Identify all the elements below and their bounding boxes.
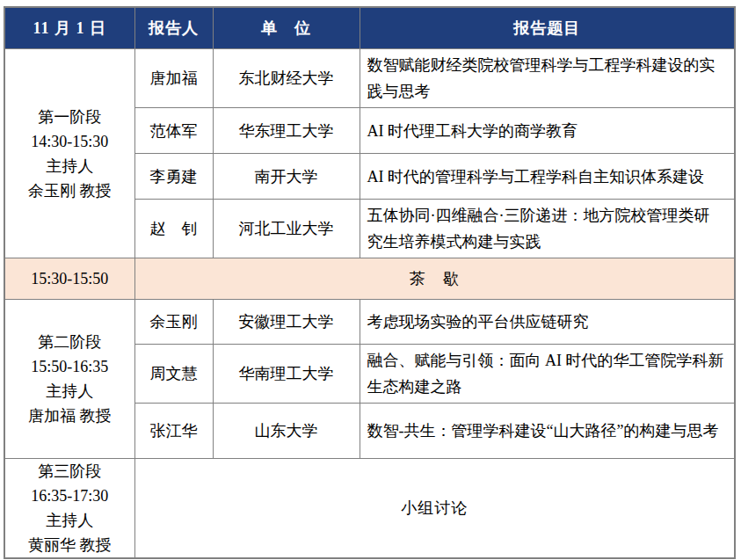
title-cell: 数智赋能财经类院校管理科学与工程学科建设的实践与思考 (360, 49, 735, 108)
tea-break-row: 15:30-15:50 茶 歇 (4, 258, 735, 300)
table-row: 第一阶段 14:30-15:30 主持人 余玉刚 教授 唐加福 东北财经大学 数… (4, 49, 735, 108)
table-row: 第二阶段 15:50-16:35 主持人 唐加福 教授 余玉刚 安徽理工大学 考… (4, 300, 735, 345)
tea-break-label-cell: 茶 歇 (134, 258, 735, 300)
stage1-cell: 第一阶段 14:30-15:30 主持人 余玉刚 教授 (4, 49, 134, 258)
header-speaker-cell: 报告人 (134, 7, 213, 49)
unit-cell: 华东理工大学 (213, 108, 360, 154)
stage2-host-label: 主持人 (5, 379, 134, 404)
unit-cell: 安徽理工大学 (213, 300, 360, 345)
stage1-host-name: 余玉刚 教授 (5, 178, 134, 203)
unit-cell: 河北工业大学 (213, 200, 360, 258)
title-cell: AI 时代理工科大学的商学教育 (360, 108, 735, 154)
title-cell: 五体协同·四维融合·三阶递进：地方院校管理类研究生培养模式构建与实践 (360, 200, 735, 258)
stage1-time: 14:30-15:30 (5, 129, 134, 154)
header-date-cell: 11 月 1 日 (4, 7, 134, 49)
page: 11 月 1 日 报告人 单 位 报告题目 第一阶段 14:30-15:30 主… (0, 0, 741, 559)
stage2-host-name: 唐加福 教授 (5, 404, 134, 428)
stage3-host-name: 黄丽华 教授 (5, 533, 134, 557)
group-discussion-cell: 小组讨论 (134, 459, 735, 559)
speaker-cell: 周文慧 (134, 345, 213, 404)
title-cell: 数智-共生：管理学科建设“山大路径”的构建与思考 (360, 404, 735, 459)
tea-break-time-cell: 15:30-15:50 (4, 258, 134, 300)
header-row: 11 月 1 日 报告人 单 位 报告题目 (4, 7, 735, 49)
stage2-time: 15:50-16:35 (5, 354, 134, 379)
stage3-name: 第三阶段 (5, 459, 134, 484)
unit-cell: 东北财经大学 (213, 49, 360, 108)
unit-cell: 华南理工大学 (213, 345, 360, 404)
title-cell: 融合、赋能与引领：面向 AI 时代的华工管院学科新生态构建之路 (360, 345, 735, 404)
speaker-cell: 赵 钊 (134, 200, 213, 258)
stage3-cell: 第三阶段 16:35-17:30 主持人 黄丽华 教授 (4, 459, 134, 559)
stage1-host-label: 主持人 (5, 154, 134, 178)
group-discussion-row: 第三阶段 16:35-17:30 主持人 黄丽华 教授 小组讨论 (4, 459, 735, 559)
stage2-cell: 第二阶段 15:50-16:35 主持人 唐加福 教授 (4, 300, 134, 459)
stage3-time: 16:35-17:30 (5, 484, 134, 508)
speaker-cell: 范体军 (134, 108, 213, 154)
speaker-cell: 张江华 (134, 404, 213, 459)
title-cell: 考虑现场实验的平台供应链研究 (360, 300, 735, 345)
speaker-cell: 李勇建 (134, 154, 213, 200)
stage3-host-label: 主持人 (5, 508, 134, 533)
stage1-name: 第一阶段 (5, 105, 134, 129)
header-title-cell: 报告题目 (360, 7, 735, 49)
unit-cell: 南开大学 (213, 154, 360, 200)
header-unit-cell: 单 位 (213, 7, 360, 49)
speaker-cell: 余玉刚 (134, 300, 213, 345)
unit-cell: 山东大学 (213, 404, 360, 459)
title-cell: AI 时代的管理科学与工程学科自主知识体系建设 (360, 154, 735, 200)
stage2-name: 第二阶段 (5, 330, 134, 354)
speaker-cell: 唐加福 (134, 49, 213, 108)
schedule-table: 11 月 1 日 报告人 单 位 报告题目 第一阶段 14:30-15:30 主… (4, 6, 736, 559)
